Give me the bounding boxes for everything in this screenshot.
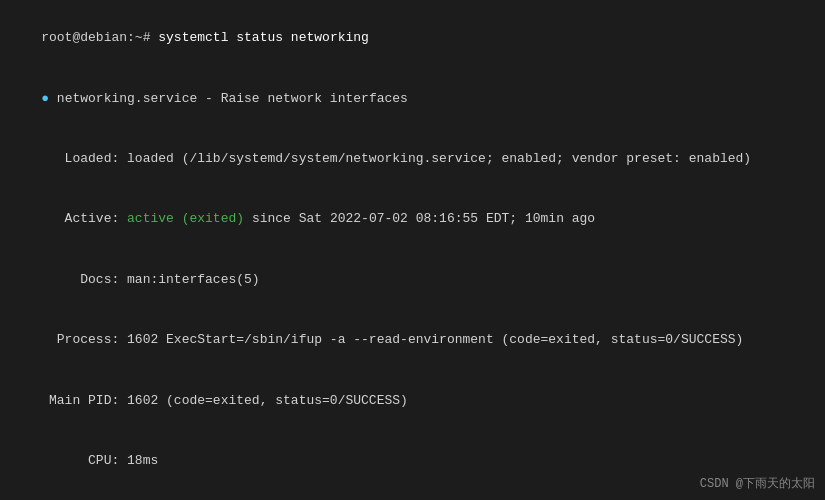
line-5: Docs: man:interfaces(5) — [10, 250, 815, 310]
active-rest: since Sat 2022-07-02 08:16:55 EDT; 10min… — [244, 211, 595, 226]
mainpid-line: Main PID: 1602 (code=exited, status=0/SU… — [41, 393, 408, 408]
line-4: Active: active (exited) since Sat 2022-0… — [10, 189, 815, 249]
loaded-label: Loaded: loaded (/lib/systemd/system/netw… — [41, 151, 751, 166]
line-8: CPU: 18ms — [10, 431, 815, 491]
active-label: Active: — [41, 211, 127, 226]
line-7: Main PID: 1602 (code=exited, status=0/SU… — [10, 371, 815, 431]
watermark-text: CSDN @下雨天的太阳 — [700, 477, 815, 491]
line-1: root@debian:~# systemctl status networki… — [10, 8, 815, 68]
cmd: systemctl status networking — [158, 30, 369, 45]
line-6: Process: 1602 ExecStart=/sbin/ifup -a --… — [10, 310, 815, 370]
cpu-line: CPU: 18ms — [41, 453, 158, 468]
process-line: Process: 1602 ExecStart=/sbin/ifup -a --… — [41, 332, 743, 347]
terminal-window: root@debian:~# systemctl status networki… — [0, 0, 825, 500]
line-blank1 — [10, 491, 815, 500]
service-name: networking.service - Raise network inter… — [57, 91, 408, 106]
prompt: root@debian:~# — [41, 30, 158, 45]
docs-line: Docs: man:interfaces(5) — [41, 272, 259, 287]
line-3: Loaded: loaded (/lib/systemd/system/netw… — [10, 129, 815, 189]
watermark: CSDN @下雨天的太阳 — [700, 475, 815, 492]
line-2: ● networking.service - Raise network int… — [10, 68, 815, 128]
active-status: active (exited) — [127, 211, 244, 226]
bullet: ● — [41, 91, 57, 106]
